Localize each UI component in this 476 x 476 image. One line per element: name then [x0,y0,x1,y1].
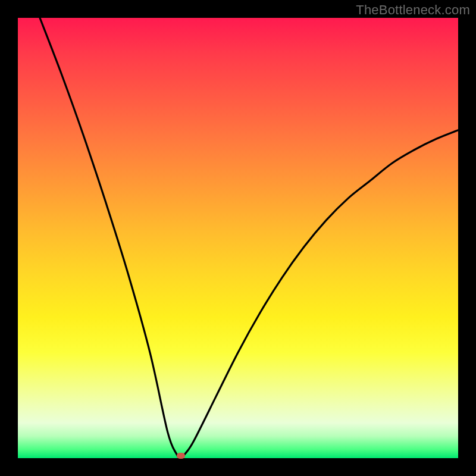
chart-frame: TheBottleneck.com [0,0,476,476]
bottleneck-curve-path [40,18,458,458]
watermark-text: TheBottleneck.com [356,2,470,18]
plot-area [18,18,458,458]
optimum-marker [177,453,185,459]
curve-svg [18,18,458,458]
